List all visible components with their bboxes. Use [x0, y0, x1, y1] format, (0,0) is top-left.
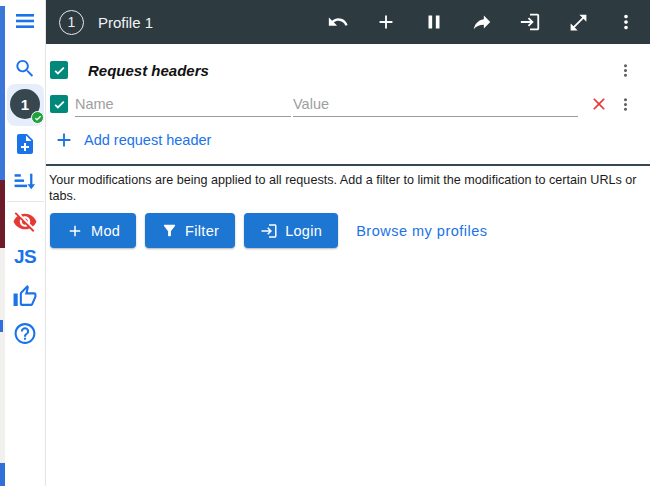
section-title: Request headers: [88, 62, 209, 79]
browse-profiles-link[interactable]: Browse my profiles: [356, 223, 487, 239]
login-icon: [260, 222, 278, 240]
header-row-checkbox[interactable]: [50, 95, 68, 113]
header-entry-row: [50, 90, 636, 118]
pause-icon[interactable]: [423, 11, 445, 33]
js-icon[interactable]: JS: [14, 246, 36, 268]
profile-active-check-icon: [31, 111, 44, 124]
more-vert-icon[interactable]: [615, 11, 637, 33]
undo-icon[interactable]: [327, 11, 349, 33]
header-row-more-icon[interactable]: [614, 93, 636, 115]
search-icon[interactable]: [14, 57, 37, 80]
add-icon[interactable]: [375, 11, 397, 33]
delete-header-icon[interactable]: [588, 93, 610, 115]
profile-title: Profile 1: [98, 14, 153, 31]
export-icon[interactable]: [471, 11, 493, 33]
sidebar-divider: [7, 201, 44, 202]
add-mod-button-label: Mod: [91, 223, 120, 239]
plus-icon: [53, 129, 75, 151]
plus-icon: [66, 222, 84, 240]
profile-avatar[interactable]: 1: [7, 84, 44, 126]
profile-number-badge: 1: [59, 10, 84, 35]
action-buttons: Mod Filter Login Browse my profiles: [50, 213, 650, 248]
edge-segment: [0, 320, 3, 332]
add-filter-button[interactable]: Filter: [145, 213, 235, 248]
topbar: 1 Profile 1: [46, 0, 650, 44]
request-headers-section: Request headers: [50, 57, 636, 83]
add-mod-button[interactable]: Mod: [50, 213, 136, 248]
add-request-header-label: Add request header: [84, 132, 211, 148]
request-headers-checkbox[interactable]: [50, 61, 68, 79]
thumb-up-icon[interactable]: [13, 284, 38, 309]
hide-icon[interactable]: [13, 209, 38, 234]
filter-icon: [161, 222, 178, 239]
add-filter-button-label: Filter: [185, 223, 219, 239]
topbar-actions: [327, 11, 637, 33]
login-icon[interactable]: [519, 11, 541, 33]
menu-icon[interactable]: [13, 9, 37, 33]
open-in-full-icon[interactable]: [567, 11, 589, 33]
sort-icon[interactable]: [13, 169, 38, 194]
login-button[interactable]: Login: [244, 213, 338, 248]
add-request-header-button[interactable]: Add request header: [53, 128, 211, 152]
header-value-input[interactable]: [293, 91, 578, 117]
help-icon[interactable]: [13, 321, 38, 346]
section-divider: [46, 164, 650, 166]
sidebar: 1 JS: [5, 0, 46, 486]
filter-notice-text: Your modifications are being applied to …: [46, 173, 650, 204]
header-name-input[interactable]: [75, 91, 291, 117]
section-more-icon[interactable]: [614, 59, 636, 81]
login-button-label: Login: [285, 223, 322, 239]
main-panel: Request headers Add request header Your …: [46, 44, 650, 486]
add-file-icon[interactable]: [13, 132, 37, 156]
